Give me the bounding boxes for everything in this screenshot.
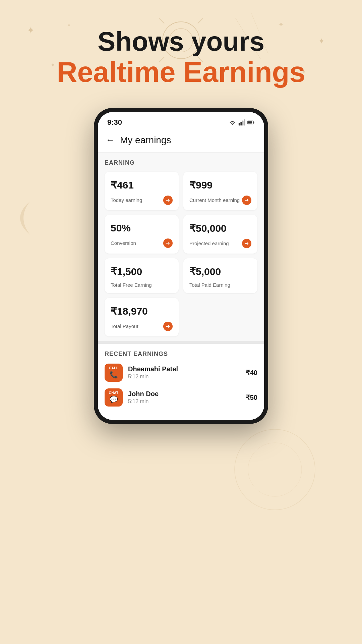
chat-icon: 💬 bbox=[110, 395, 118, 404]
earning-duration-1: 5:12 min bbox=[128, 374, 246, 380]
projected-earning-card[interactable]: ₹50,000 Projected earning bbox=[183, 215, 257, 254]
earning-info-2: John Doe 5:12 min bbox=[128, 390, 246, 405]
call-icon-badge: CALL 📞 bbox=[105, 364, 123, 382]
signal-icon bbox=[238, 119, 245, 126]
arrow-right-icon bbox=[244, 198, 249, 203]
app-header: ← My earnings bbox=[98, 129, 264, 153]
chat-tag: CHAT bbox=[109, 391, 118, 395]
total-free-earning-value: ₹1,500 bbox=[111, 266, 173, 277]
arrow-right-icon bbox=[244, 241, 249, 246]
current-month-earning-card[interactable]: ₹999 Current Month earning bbox=[183, 172, 257, 210]
promo-header: Shows yours Realtime Earnings bbox=[0, 0, 362, 101]
battery-icon bbox=[247, 119, 255, 126]
promo-line2: Realtime Earnings bbox=[0, 56, 362, 88]
today-earning-label-row: Today earning bbox=[111, 196, 173, 205]
svg-point-20 bbox=[232, 124, 233, 125]
status-icons bbox=[229, 119, 255, 126]
total-paid-earning-card[interactable]: ₹5,000 Total Paid Earning bbox=[183, 258, 257, 293]
total-paid-label-row: Total Paid Earning bbox=[189, 282, 251, 288]
arrow-right-icon bbox=[166, 198, 170, 203]
current-month-label-row: Current Month earning bbox=[189, 196, 251, 205]
total-free-earning-card[interactable]: ₹1,500 Total Free Earning bbox=[105, 258, 179, 293]
recent-earning-item-1[interactable]: CALL 📞 Dheemahi Patel 5:12 min ₹40 bbox=[105, 364, 257, 382]
today-earning-label: Today earning bbox=[111, 197, 142, 203]
call-tag: CALL bbox=[109, 366, 119, 370]
svg-point-17 bbox=[248, 443, 302, 496]
today-earning-card[interactable]: ₹461 Today earning bbox=[105, 172, 179, 210]
page-title: My earnings bbox=[120, 135, 171, 146]
recent-earnings-label: RECENT EARNINGS bbox=[105, 351, 257, 358]
earning-name-1: Dheemahi Patel bbox=[128, 365, 246, 373]
total-payout-label-row: Total Payout bbox=[111, 322, 173, 331]
current-month-arrow[interactable] bbox=[242, 196, 251, 205]
earning-amount-1: ₹40 bbox=[246, 369, 257, 377]
earning-section-label: EARNING bbox=[105, 159, 257, 166]
arrow-right-icon bbox=[166, 324, 170, 329]
total-payout-card[interactable]: ₹18,970 Total Payout bbox=[105, 298, 179, 336]
total-free-label: Total Free Earning bbox=[111, 282, 152, 288]
promo-line1: Shows yours bbox=[0, 27, 362, 56]
total-payout-value: ₹18,970 bbox=[111, 305, 173, 317]
projected-label: Projected earning bbox=[189, 240, 229, 246]
arrow-right-icon bbox=[166, 241, 170, 246]
total-payout-label: Total Payout bbox=[111, 323, 138, 329]
wifi-icon bbox=[229, 119, 236, 126]
total-paid-earning-value: ₹5,000 bbox=[189, 266, 251, 277]
phone-mockup: 9:30 bbox=[0, 108, 362, 424]
recent-earnings-section: RECENT EARNINGS CALL 📞 Dheemahi Patel 5:… bbox=[98, 341, 264, 420]
projected-arrow[interactable] bbox=[242, 239, 251, 248]
total-paid-label: Total Paid Earning bbox=[189, 282, 230, 288]
svg-rect-24 bbox=[244, 119, 245, 125]
projected-earning-value: ₹50,000 bbox=[189, 222, 251, 234]
projected-label-row: Projected earning bbox=[189, 239, 251, 248]
earning-cards-grid: ₹461 Today earning ₹999 bbox=[105, 172, 257, 293]
conversion-arrow[interactable] bbox=[163, 238, 173, 248]
svg-rect-21 bbox=[239, 123, 240, 125]
today-earning-arrow[interactable] bbox=[163, 196, 173, 205]
conversion-value: 50% bbox=[111, 222, 173, 234]
earning-amount-2: ₹50 bbox=[246, 393, 257, 401]
conversion-card[interactable]: 50% Conversion bbox=[105, 215, 179, 254]
total-free-label-row: Total Free Earning bbox=[111, 282, 173, 288]
svg-rect-22 bbox=[240, 122, 242, 125]
app-content: EARNING ₹461 Today earning bbox=[98, 153, 264, 420]
status-bar: 9:30 bbox=[98, 112, 264, 129]
conversion-label: Conversion bbox=[111, 240, 136, 246]
back-button[interactable]: ← bbox=[106, 135, 115, 145]
earning-info-1: Dheemahi Patel 5:12 min bbox=[128, 365, 246, 380]
svg-rect-26 bbox=[253, 121, 254, 123]
total-payout-arrow[interactable] bbox=[163, 322, 173, 331]
phone-screen: 9:30 bbox=[98, 112, 264, 420]
current-month-label: Current Month earning bbox=[189, 197, 240, 203]
recent-earning-item-2[interactable]: CHAT 💬 John Doe 5:12 min ₹50 bbox=[105, 388, 257, 407]
conversion-label-row: Conversion bbox=[111, 238, 173, 248]
phone-frame: 9:30 bbox=[94, 108, 268, 424]
current-month-earning-value: ₹999 bbox=[189, 179, 251, 191]
svg-point-16 bbox=[235, 429, 315, 510]
phone-icon: 📞 bbox=[110, 371, 118, 379]
svg-rect-23 bbox=[242, 120, 244, 125]
status-time: 9:30 bbox=[107, 118, 122, 127]
today-earning-value: ₹461 bbox=[111, 179, 173, 191]
svg-rect-27 bbox=[248, 121, 252, 123]
earning-name-2: John Doe bbox=[128, 390, 246, 398]
earning-duration-2: 5:12 min bbox=[128, 398, 246, 405]
chat-icon-badge: CHAT 💬 bbox=[105, 388, 123, 407]
